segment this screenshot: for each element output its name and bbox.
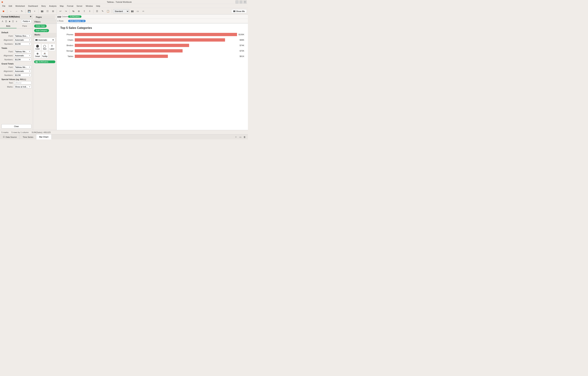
undo-button[interactable]: ↩ bbox=[58, 9, 63, 14]
totals-font-value[interactable]: Tableau Me... ▼ bbox=[14, 50, 32, 53]
chart-icon: ▮▮ bbox=[233, 10, 235, 12]
totals-alignment-value[interactable]: Automatic ▼ bbox=[14, 54, 32, 57]
format-align-icon[interactable]: ☰ bbox=[5, 20, 7, 23]
special-values-text-value[interactable]: (Blank) bbox=[14, 81, 32, 85]
back-button[interactable]: ← bbox=[9, 9, 13, 14]
clear-button[interactable]: Clear bbox=[1, 124, 32, 129]
share-button[interactable]: ⇨ bbox=[141, 9, 146, 14]
tooltip-icon: ☕ bbox=[43, 52, 46, 55]
dropdown-arrow: ▼ bbox=[29, 86, 31, 88]
sort-asc-button[interactable]: ⇧ bbox=[82, 9, 87, 14]
marks-buttons-grid: ⚫ Color ◯ Size T Label ⊕ Detail ☕ Tool bbox=[33, 43, 56, 59]
toolbar-separator-6 bbox=[93, 9, 94, 13]
grand-totals-numbers-value[interactable]: $123K ▼ bbox=[14, 74, 32, 77]
sort-desc-button[interactable]: ⇩ bbox=[87, 9, 92, 14]
tab-axis[interactable]: Axis bbox=[0, 24, 17, 28]
tab-data-source[interactable]: ☷ Data Source bbox=[0, 135, 20, 140]
grand-totals-font-value[interactable]: Tableau Me... ▼ bbox=[14, 65, 32, 69]
filters-section: Filters Order Date Sub-Category bbox=[33, 20, 56, 33]
bar-track[interactable] bbox=[75, 33, 237, 36]
view-selector[interactable]: Standard Entire View Fixed Width bbox=[113, 9, 129, 13]
menu-item-story[interactable]: Story bbox=[40, 5, 47, 7]
tab-time-series[interactable]: Time Series bbox=[20, 135, 36, 140]
bar-track[interactable] bbox=[75, 44, 238, 47]
duplicate-sheet-button[interactable]: ▭ bbox=[239, 135, 242, 139]
filter-pill-order-date[interactable]: Order Date bbox=[34, 24, 47, 28]
marks-count: 5 marks bbox=[1, 131, 9, 133]
default-font-value[interactable]: Tableau Boo... ▼ bbox=[14, 34, 32, 38]
label-button[interactable]: T Label bbox=[48, 44, 55, 51]
tableau-logo: ■ bbox=[1, 0, 3, 3]
bar-track[interactable] bbox=[75, 55, 238, 58]
chart-type-button[interactable]: ▮▮ bbox=[130, 9, 135, 14]
forward-button[interactable]: → bbox=[14, 9, 19, 14]
format-shading-icon[interactable]: ■ bbox=[9, 20, 10, 23]
grand-totals-alignment-value[interactable]: Automatic ▼ bbox=[14, 70, 32, 73]
columns-shelf: ▮▮▮ Columns SUM(Sales) bbox=[57, 14, 248, 19]
format-close-icon[interactable]: ✕ bbox=[30, 15, 32, 18]
tab-pane[interactable]: Pane bbox=[17, 24, 33, 28]
show-me-button[interactable]: ▮▮ Show Me bbox=[231, 9, 247, 13]
totals-numbers-value[interactable]: $123K ▼ bbox=[14, 58, 32, 61]
annotations-button[interactable]: 📋 bbox=[106, 9, 110, 14]
tab-bar-chart[interactable]: Bar Chart bbox=[36, 135, 51, 140]
add-sheet-button[interactable]: + bbox=[234, 135, 238, 139]
grand-totals-numbers-row: Numbers: $123K ▼ bbox=[1, 74, 32, 77]
grid-button[interactable]: ☷ bbox=[45, 9, 50, 14]
format-lines-icon[interactable]: ≡ bbox=[15, 20, 17, 23]
menu-item-window[interactable]: Window bbox=[84, 5, 94, 7]
format-font-icon[interactable]: A bbox=[1, 20, 4, 23]
default-numbers-value[interactable]: $123K ▼ bbox=[14, 42, 32, 46]
default-alignment-value[interactable]: Automatic ▼ bbox=[14, 38, 32, 42]
fit-button[interactable]: ↹ bbox=[71, 9, 76, 14]
menu-item-worksheet[interactable]: Worksheet bbox=[14, 5, 26, 7]
sub-category-rows-pill[interactable]: Sub-Category ⊟ bbox=[68, 20, 86, 22]
menu-item-format[interactable]: Format bbox=[65, 5, 75, 7]
new-button[interactable]: + bbox=[32, 9, 37, 14]
expand-button[interactable]: ⊞ bbox=[51, 9, 55, 14]
titlebar: ■ Tableau - Tutorial Workbook − □ ✕ bbox=[0, 0, 248, 4]
reload-button[interactable]: ↻ bbox=[20, 9, 24, 14]
format-border-icon[interactable]: ☷ bbox=[12, 20, 14, 23]
format-panel-title: Format SUM(Sales) bbox=[1, 16, 20, 18]
sum-sales-columns-pill[interactable]: SUM(Sales) bbox=[68, 15, 82, 18]
bar-value: $98K bbox=[240, 39, 244, 41]
menu-item-server[interactable]: Server bbox=[75, 5, 84, 7]
bar-row: Binders$74K bbox=[60, 43, 244, 47]
dropdown-arrow: ▼ bbox=[29, 66, 31, 68]
device-preview-button[interactable]: ▭ bbox=[135, 9, 140, 14]
tableau-home-button[interactable]: ■ bbox=[1, 9, 6, 14]
color-picker-button[interactable]: ☰ bbox=[95, 9, 99, 14]
minimize-button[interactable]: − bbox=[236, 0, 239, 3]
marks-type-selector[interactable]: ▮▮ Automatic ▼ bbox=[34, 38, 55, 42]
menu-item-file[interactable]: File bbox=[1, 5, 7, 7]
menu-item-edit[interactable]: Edit bbox=[7, 5, 14, 7]
save-button[interactable]: 💾 bbox=[27, 9, 32, 14]
tooltip-button[interactable]: ☕ Tooltip bbox=[41, 51, 48, 58]
fix-axes-button[interactable]: ⊕ bbox=[76, 9, 81, 14]
close-button[interactable]: ✕ bbox=[243, 0, 246, 3]
marks-pill-area: ▮▮ SUM(Sales) bbox=[33, 59, 56, 64]
color-button[interactable]: ⚫ Color bbox=[34, 44, 41, 51]
marks-sum-sales-pill[interactable]: ▮▮ SUM(Sales) bbox=[34, 60, 55, 63]
filter-pill-sub-category[interactable]: Sub-Category bbox=[34, 29, 49, 32]
special-values-marks-value[interactable]: Show at Indi... ▼ bbox=[14, 85, 32, 88]
main-area: Format SUM(Sales) ✕ A ☰ ■ ☷ ≡ Fields ▾ A… bbox=[0, 14, 248, 130]
menu-item-help[interactable]: Help bbox=[94, 5, 102, 7]
detail-label: Detail bbox=[35, 55, 40, 57]
remove-sheet-button[interactable]: 🗑 bbox=[243, 135, 246, 139]
maximize-button[interactable]: □ bbox=[240, 0, 242, 3]
bar-track[interactable] bbox=[75, 38, 238, 42]
toolbar-separator-1 bbox=[7, 9, 7, 13]
fields-button[interactable]: Fields ▾ bbox=[21, 20, 32, 23]
menu-item-map[interactable]: Map bbox=[58, 5, 65, 7]
bar-label: Storage bbox=[60, 50, 75, 52]
menu-item-dashboard[interactable]: Dashboard bbox=[27, 5, 39, 7]
bar-track[interactable] bbox=[75, 49, 238, 53]
menu-item-analysis[interactable]: Analysis bbox=[48, 5, 58, 7]
bar-chart-button[interactable]: ▮▮ bbox=[40, 9, 44, 14]
detail-button[interactable]: ⊕ Detail bbox=[34, 51, 41, 58]
tooltip-button[interactable]: ✎ bbox=[100, 9, 105, 14]
size-button[interactable]: ◯ Size bbox=[41, 44, 48, 51]
redo-button[interactable]: ↪ bbox=[63, 9, 68, 14]
